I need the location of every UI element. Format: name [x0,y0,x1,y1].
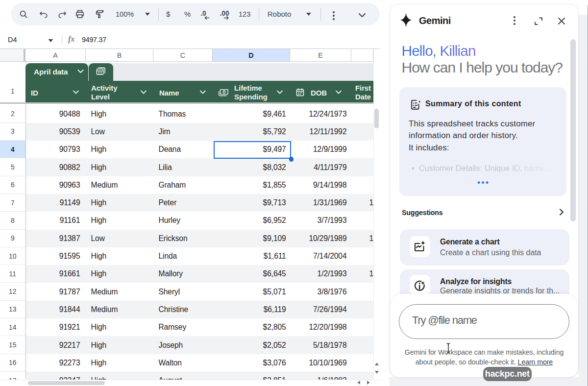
svg-text:.0: .0 [200,10,206,17]
svg-text:.00: .00 [220,10,229,17]
